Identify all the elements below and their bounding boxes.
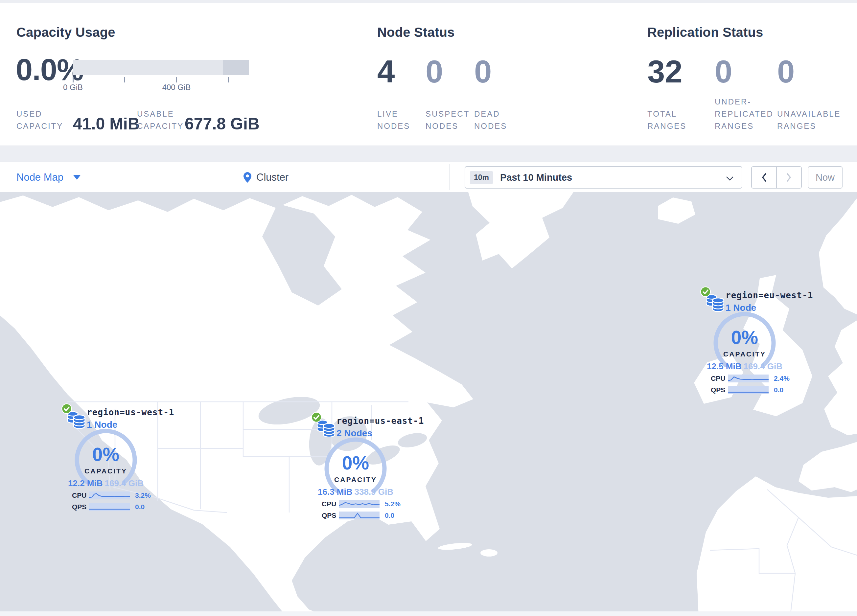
capacity-gauge: 0% CAPACITY 12.5 MiB 169.4 GiB CPU 2.4% … xyxy=(704,310,786,399)
qps-label: QPS xyxy=(711,386,728,394)
under-replicated-ranges-count: 0 xyxy=(715,56,732,87)
cpu-label: CPU xyxy=(711,375,728,383)
time-range-dropdown[interactable]: 10m Past 10 Minutes xyxy=(465,166,742,188)
gauge-percent: 0% xyxy=(314,452,397,474)
live-nodes-count: 4 xyxy=(377,56,394,87)
cpu-sparkline xyxy=(89,491,130,499)
gauge-label: CAPACITY xyxy=(704,350,786,358)
qps-row: QPS 0.0 xyxy=(711,386,790,394)
axis-tick xyxy=(124,77,125,82)
locality-header: region=eu-west-1 1 Node xyxy=(726,290,813,313)
replication-status-title: Replication Status xyxy=(647,25,763,40)
axis-tick-label: 0 GiB xyxy=(50,83,96,92)
qps-label: QPS xyxy=(72,503,89,511)
capacity-gauge: 0% CAPACITY 12.2 MiB 169.4 GiB CPU 3.2% … xyxy=(65,427,147,516)
cpu-row: CPU 5.2% xyxy=(322,500,401,508)
caret-down-icon xyxy=(73,175,80,180)
axis-tick xyxy=(176,77,177,82)
time-range-badge: 10m xyxy=(470,171,493,184)
dead-nodes-label: DEADNODES xyxy=(474,108,507,132)
cpu-label: CPU xyxy=(322,500,339,508)
node-status-title: Node Status xyxy=(377,25,455,40)
capacity-used: 16.3 MiB xyxy=(318,487,353,497)
unavailable-ranges-label: UNAVAILABLERANGES xyxy=(777,108,841,132)
capacity-values: 16.3 MiB 338.9 GiB xyxy=(314,487,397,497)
time-back-button[interactable] xyxy=(752,167,776,188)
time-pager xyxy=(751,166,802,188)
cluster-summary-panel: Capacity Usage 0.0% 0 GiB 400 GiB USEDCA… xyxy=(0,3,857,146)
qps-label: QPS xyxy=(322,511,339,519)
cpu-row: CPU 2.4% xyxy=(711,375,790,383)
chevron-left-icon xyxy=(761,173,767,182)
view-mode-dropdown[interactable]: Node Map xyxy=(16,162,80,193)
cpu-sparkline xyxy=(339,500,379,508)
locality-header: region=us-east-1 2 Nodes xyxy=(337,416,424,438)
cpu-sparkline xyxy=(728,375,769,383)
qps-sparkline xyxy=(339,511,379,519)
total-ranges-count: 32 xyxy=(647,56,682,87)
gauge-percent: 0% xyxy=(704,327,786,348)
locality-region: region=us-west-1 xyxy=(87,408,174,417)
capacity-values: 12.2 MiB 169.4 GiB xyxy=(65,479,147,488)
capacity-used: 12.5 MiB xyxy=(707,361,742,372)
dead-nodes-count: 0 xyxy=(474,56,492,87)
location-pin-icon xyxy=(243,172,252,183)
locality-marker-us-east-1[interactable]: region=us-east-1 2 Nodes 0% CAPACITY 16.… xyxy=(313,415,398,525)
cpu-label: CPU xyxy=(72,491,89,499)
capacity-usage-title: Capacity Usage xyxy=(16,25,115,40)
suspect-nodes-count: 0 xyxy=(425,56,443,87)
cpu-value: 3.2% xyxy=(135,491,151,499)
breadcrumb[interactable]: Cluster xyxy=(243,162,289,193)
world-map xyxy=(0,192,857,616)
locality-region: region=eu-west-1 xyxy=(726,290,813,300)
total-ranges-label: TOTALRANGES xyxy=(647,108,687,132)
check-circle-icon xyxy=(700,286,711,297)
qps-row: QPS 0.0 xyxy=(322,511,401,519)
time-range-label: Past 10 Minutes xyxy=(500,172,572,183)
gauge-label: CAPACITY xyxy=(314,476,397,483)
breadcrumb-label: Cluster xyxy=(256,171,289,183)
capacity-total: 169.4 GiB xyxy=(743,361,783,372)
suspect-nodes-label: SUSPECTNODES xyxy=(425,108,470,132)
check-circle-icon xyxy=(311,412,322,423)
unavailable-ranges-count: 0 xyxy=(777,56,795,87)
chevron-down-icon xyxy=(726,176,734,181)
capacity-values: 12.5 MiB 169.4 GiB xyxy=(704,361,786,372)
map-toolbar: Node Map Cluster 10m Past 10 Minutes Now xyxy=(0,162,857,192)
capacity-used: 12.2 MiB xyxy=(68,479,103,488)
qps-value: 0.0 xyxy=(385,511,394,519)
cpu-value: 5.2% xyxy=(385,500,401,508)
axis-tick-label: 400 GiB xyxy=(153,83,200,92)
qps-sparkline xyxy=(89,503,130,511)
node-map: region=us-west-1 1 Node 0% CAPACITY 12.2… xyxy=(0,192,857,616)
capacity-total: 338.9 GiB xyxy=(354,487,393,497)
live-nodes-label: LIVENODES xyxy=(377,108,410,132)
check-circle-icon xyxy=(61,403,72,414)
qps-row: QPS 0.0 xyxy=(72,503,151,511)
axis-tick xyxy=(73,77,74,82)
cpu-row: CPU 3.2% xyxy=(72,491,151,499)
capacity-total: 169.4 GiB xyxy=(105,479,144,488)
capacity-bar xyxy=(73,60,249,75)
capacity-gauge: 0% CAPACITY 16.3 MiB 338.9 GiB CPU 5.2% … xyxy=(314,435,397,524)
under-replicated-ranges-label: UNDER-REPLICATEDRANGES xyxy=(715,96,773,132)
locality-marker-eu-west-1[interactable]: region=eu-west-1 1 Node 0% CAPACITY 12.5… xyxy=(702,289,787,399)
locality-region: region=us-east-1 xyxy=(337,416,424,426)
usable-capacity-label: USABLECAPACITY xyxy=(137,108,184,132)
view-mode-label: Node Map xyxy=(16,171,63,183)
used-capacity-label: USEDCAPACITY xyxy=(16,108,63,132)
used-capacity-value: 41.0 MiB xyxy=(73,114,140,133)
locality-marker-us-west-1[interactable]: region=us-west-1 1 Node 0% CAPACITY 12.2… xyxy=(63,406,149,516)
toolbar-divider xyxy=(450,164,450,190)
time-forward-button[interactable] xyxy=(776,167,801,188)
qps-value: 0.0 xyxy=(135,503,145,511)
now-button[interactable]: Now xyxy=(808,166,843,188)
capacity-bar-dark-segment xyxy=(223,60,249,75)
chevron-right-icon xyxy=(786,173,792,182)
axis-tick xyxy=(228,77,229,82)
gauge-percent: 0% xyxy=(65,443,147,465)
qps-value: 0.0 xyxy=(774,386,783,394)
gauge-label: CAPACITY xyxy=(65,467,147,475)
cpu-value: 2.4% xyxy=(774,375,790,383)
locality-header: region=us-west-1 1 Node xyxy=(87,408,174,430)
